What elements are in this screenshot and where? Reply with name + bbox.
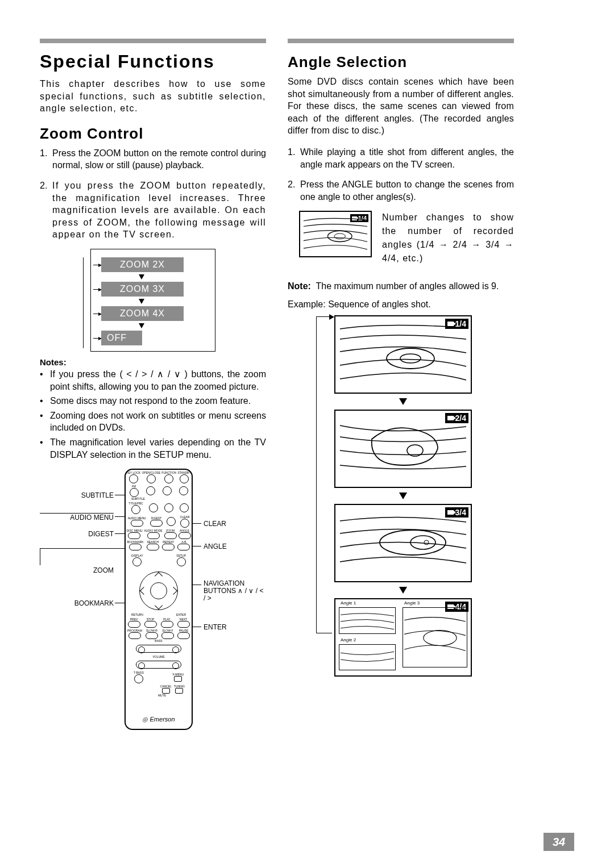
zoom-steps: 1.Press the ZOOM button on the remote co…: [40, 147, 266, 241]
note-3: Zooming does not work on subtitles or me…: [50, 410, 266, 434]
callout-digest: DIGEST: [40, 530, 114, 538]
svg-point-8: [424, 631, 457, 646]
zoom-heading: Zoom Control: [40, 125, 266, 143]
zoom-level-off: OFF: [101, 331, 142, 345]
callout-audio-menu: AUDIO MENU: [40, 514, 114, 521]
svg-point-7: [424, 540, 429, 545]
callout-zoom: ZOOM: [40, 566, 114, 574]
angle-number-text: Number changes to show the number of rec…: [382, 211, 514, 265]
callout-subtitle: SUBTITLE: [40, 491, 114, 499]
remote-body: KEY LOCK OPEN/CLOSE FUNCTION STANDBY FM …: [125, 469, 193, 730]
svg-point-1: [334, 233, 345, 239]
notes-label: Notes:: [40, 357, 266, 367]
svg-point-0: [327, 231, 352, 242]
right-column: Angle Selection Some DVD discs contain s…: [288, 51, 514, 677]
left-column: Special Functions This chapter describes…: [40, 51, 266, 753]
angle-heading: Angle Selection: [288, 53, 514, 71]
down-arrow-icon: [399, 493, 407, 499]
zoom-level-2: ZOOM 3X: [101, 282, 184, 297]
page: Special Functions This chapter describes…: [0, 0, 614, 868]
seq-frame-3: 3/4: [334, 504, 472, 582]
angle-thumb-small: 1/4: [299, 211, 372, 257]
note-4: The magnification level varies depending…: [50, 436, 266, 461]
note-1: If you press the ( < / > / ∧ / ∨ ) butto…: [50, 368, 266, 393]
callout-nav: NAVIGATIONBUTTONS ∧ / ∨ / < / >: [204, 580, 266, 603]
note-2: Some discs may not respond to the zoom f…: [50, 395, 251, 407]
return-arrow-icon: [316, 316, 332, 633]
chapter-intro: This chapter describes how to use some s…: [40, 78, 266, 115]
angle-note: Note: The maximum number of angles allow…: [288, 281, 514, 291]
callout-enter: ENTER: [204, 623, 227, 631]
zoom-level-3: ZOOM 4X: [101, 306, 184, 321]
remote-illustration: SUBTITLE AUDIO MENU DIGEST ZOOM BOOKMARK…: [40, 469, 266, 753]
zoom-level-1: ZOOM 2X: [101, 257, 184, 272]
callout-angle: ANGLE: [204, 542, 227, 550]
page-number: 34: [544, 833, 574, 851]
angle-intro: Some DVD discs contain scenes which have…: [288, 76, 514, 137]
zoom-step-2: If you press the ZOOM button repeatedly,…: [52, 180, 266, 241]
angle-step-1: While playing a title shot from differen…: [300, 146, 514, 170]
svg-point-2: [387, 348, 434, 369]
dpad: [138, 570, 180, 612]
seq-frame-2: 2/4: [334, 410, 472, 488]
zoom-step-1: Press the ZOOM button on the remote cont…: [52, 147, 266, 172]
zoom-diagram: ZOOM 2X ZOOM 3X ZOOM 4X OFF: [90, 249, 215, 352]
angle-steps: 1.While playing a title shot from differ…: [288, 146, 514, 203]
split-scene: Angle 1 Angle 2 Angle 3: [335, 599, 471, 675]
seq-frame-1: 1/4: [334, 315, 472, 394]
angle-example-row: 1/4 Number changes to show the number of…: [299, 211, 514, 265]
callout-clear: CLEAR: [204, 520, 226, 528]
notes-list: •If you press the ( < / > / ∧ / ∨ ) butt…: [40, 368, 266, 461]
angle-sequence: 1/4 2/4 3/4 4/4 Angle 1: [315, 315, 491, 677]
callout-bookmark: BOOKMARK: [40, 599, 114, 607]
seq-frame-4: 4/4 Angle 1 Angle 2 Angle 3: [334, 598, 472, 677]
down-arrow-icon: [399, 587, 407, 594]
remote-brand: ◎ Emerson: [126, 716, 192, 723]
scene-art-icon: [302, 214, 368, 254]
angle-step-2: Press the ANGLE button to change the sce…: [300, 178, 514, 203]
top-rule-left: [40, 39, 266, 43]
example-label: Example: Sequence of angles shot.: [288, 299, 514, 310]
svg-point-3: [400, 354, 421, 363]
top-rule-right: [288, 39, 514, 43]
chapter-title: Special Functions: [40, 51, 266, 72]
down-arrow-icon: [399, 398, 407, 405]
